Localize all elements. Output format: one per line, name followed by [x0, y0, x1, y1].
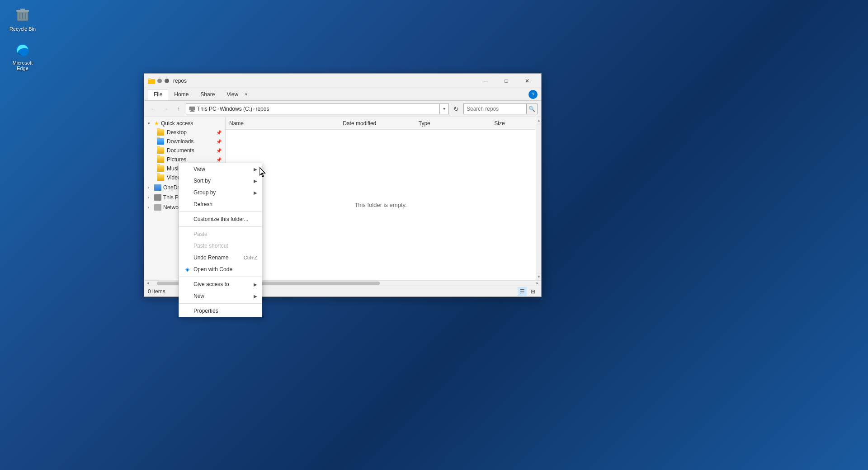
- folder-title-icon: [148, 78, 155, 84]
- sidebar-item-documents[interactable]: Documents 📌: [144, 146, 225, 155]
- give-access-icon: [184, 281, 191, 288]
- ctx-properties[interactable]: Properties: [179, 305, 262, 317]
- ctx-customize[interactable]: Customize this folder...: [179, 213, 262, 225]
- ctx-new[interactable]: New ▶: [179, 290, 262, 302]
- ctx-paste[interactable]: Paste: [179, 228, 262, 240]
- scrollbar-left-arrow[interactable]: ◄: [144, 281, 151, 286]
- ribbon-tabs: File Home Share View ▾ ?: [144, 88, 541, 101]
- ctx-view[interactable]: View ▶: [179, 163, 262, 175]
- ctx-refresh[interactable]: Refresh: [179, 198, 262, 210]
- scrollbar-up-arrow[interactable]: ▲: [536, 117, 541, 124]
- close-button[interactable]: ✕: [517, 74, 538, 88]
- groupby-icon: [184, 189, 191, 196]
- column-type[interactable]: Type: [419, 120, 495, 127]
- svg-point-9: [157, 79, 162, 83]
- ctx-new-label: New: [193, 293, 204, 299]
- tiles-view-button[interactable]: ⊞: [528, 287, 538, 296]
- ctx-separator-3: [179, 277, 262, 277]
- column-size[interactable]: Size: [494, 120, 532, 127]
- network-icon: [154, 204, 161, 211]
- scrollbar-down-arrow[interactable]: ▼: [536, 273, 541, 280]
- undo-rename-icon: [184, 254, 191, 261]
- back-button[interactable]: ←: [148, 103, 159, 114]
- window-title: repos: [173, 78, 475, 84]
- ctx-refresh-label: Refresh: [193, 201, 212, 207]
- sidebar-quickaccess-header[interactable]: ▾ ★ Quick access: [144, 119, 225, 128]
- svg-rect-11: [189, 107, 195, 110]
- ctx-groupby-label: Group by: [193, 189, 216, 196]
- refresh-button[interactable]: ↻: [451, 103, 462, 114]
- ctx-sortby[interactable]: Sort by ▶: [179, 175, 262, 187]
- refresh-ctx-icon: [184, 201, 191, 208]
- desktop-folder-icon: [157, 129, 164, 136]
- music-folder-icon: [157, 165, 164, 172]
- ctx-give-access-label: Give access to: [193, 281, 229, 287]
- ctx-paste-shortcut[interactable]: Paste shortcut: [179, 240, 262, 252]
- sidebar-desktop-label: Desktop: [167, 129, 187, 136]
- recycle-bin-desktop-icon[interactable]: Recycle Bin: [5, 5, 41, 33]
- ctx-view-label: View: [193, 166, 205, 172]
- tab-view[interactable]: View: [221, 89, 244, 100]
- ctx-separator-1: [179, 212, 262, 212]
- items-count: 0 items: [148, 288, 165, 295]
- quick-access-title-icon: [164, 78, 170, 84]
- maximize-button[interactable]: □: [496, 74, 517, 88]
- sidebar-item-desktop[interactable]: Desktop 📌: [144, 128, 225, 137]
- downloads-folder-icon: [157, 138, 164, 145]
- groupby-submenu-arrow: ▶: [254, 190, 257, 195]
- ctx-sortby-label: Sort by: [193, 178, 211, 184]
- column-headers: Name Date modified Type Size: [226, 117, 536, 130]
- customize-icon: [184, 216, 191, 223]
- tab-file[interactable]: File: [148, 89, 168, 100]
- ctx-groupby[interactable]: Group by ▶: [179, 187, 262, 198]
- minimize-button[interactable]: ─: [475, 74, 496, 88]
- forward-button[interactable]: →: [160, 103, 171, 114]
- search-input[interactable]: [463, 103, 527, 114]
- microsoft-edge-desktop-icon[interactable]: Microsoft Edge: [5, 38, 41, 73]
- onedrive-icon: [154, 184, 161, 191]
- tab-home[interactable]: Home: [168, 89, 194, 100]
- column-date[interactable]: Date modified: [343, 120, 419, 127]
- ctx-open-with-code[interactable]: ◈ Open with Code: [179, 263, 262, 275]
- edge-label: Microsoft Edge: [6, 60, 39, 71]
- address-bar: ← → ↑ This PC › Windows (C:) › repos ▾ ↻…: [144, 101, 541, 117]
- sidebar-item-downloads[interactable]: Downloads 📌: [144, 137, 225, 146]
- videos-folder-icon: [157, 174, 164, 181]
- path-dropdown[interactable]: ▾: [440, 103, 449, 114]
- ctx-paste-label: Paste: [193, 231, 208, 237]
- give-access-submenu-arrow: ▶: [254, 282, 257, 287]
- properties-icon: [184, 307, 191, 315]
- vertical-scrollbar[interactable]: ▲ ▼: [536, 117, 541, 280]
- ctx-give-access[interactable]: Give access to ▶: [179, 278, 262, 290]
- open-with-code-icon: ◈: [184, 266, 191, 273]
- sortby-icon: [184, 177, 191, 184]
- column-name[interactable]: Name: [229, 120, 343, 127]
- ctx-undo-rename-label: Undo Rename: [193, 254, 228, 261]
- ctx-properties-label: Properties: [193, 308, 218, 314]
- path-folder: repos: [255, 106, 269, 112]
- documents-folder-icon: [157, 147, 164, 154]
- address-path[interactable]: This PC › Windows (C:) › repos: [186, 103, 440, 114]
- main-content: Name Date modified Type Size This folder…: [226, 117, 536, 280]
- sidebar-quickaccess-label: Quick access: [161, 120, 193, 127]
- pictures-pin-icon: 📌: [216, 157, 222, 162]
- ctx-undo-rename[interactable]: Undo Rename Ctrl+Z: [179, 252, 262, 263]
- desktop-pin-icon: 📌: [216, 130, 222, 135]
- ribbon-chevron[interactable]: ▾: [245, 92, 247, 97]
- paste-icon: [184, 230, 191, 238]
- tab-share[interactable]: Share: [194, 89, 221, 100]
- pin-icon: [157, 78, 162, 84]
- search-button[interactable]: 🔍: [527, 103, 538, 114]
- help-button[interactable]: ?: [528, 90, 538, 99]
- documents-pin-icon: 📌: [216, 148, 222, 153]
- sortby-submenu-arrow: ▶: [254, 179, 257, 183]
- ctx-separator-2: [179, 226, 262, 227]
- computer-address-icon: [189, 106, 195, 112]
- svg-point-10: [165, 79, 169, 83]
- details-view-button[interactable]: ☰: [518, 287, 527, 296]
- up-button[interactable]: ↑: [173, 103, 184, 114]
- title-bar: repos ─ □ ✕: [144, 74, 541, 88]
- ctx-separator-4: [179, 303, 262, 304]
- scrollbar-right-arrow[interactable]: ►: [534, 281, 541, 286]
- ctx-paste-shortcut-label: Paste shortcut: [193, 243, 228, 249]
